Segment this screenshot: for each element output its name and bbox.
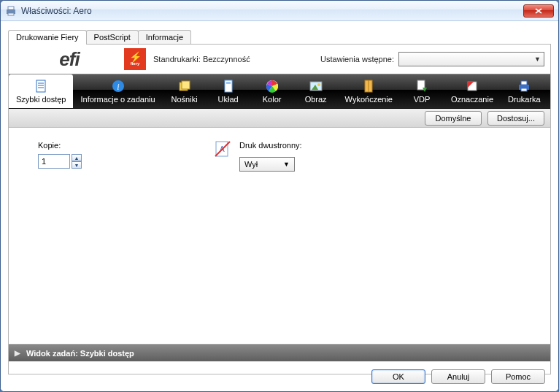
document-lines-icon xyxy=(34,79,48,93)
svg-rect-25 xyxy=(521,88,527,91)
tool-label: Wykończenie xyxy=(345,95,393,104)
chevron-down-icon: ▼ xyxy=(534,55,541,63)
task-view-value: Szybki dostęp xyxy=(80,349,134,358)
tool-label: Kolor xyxy=(263,95,282,104)
tab-postscript[interactable]: PostScript xyxy=(86,30,139,44)
tool-vdp[interactable]: VDP xyxy=(400,74,444,108)
tool-label: Obraz xyxy=(305,95,327,104)
sub-toolbar: Domyślne Dostosuj... xyxy=(9,109,550,128)
tool-layout[interactable]: Układ xyxy=(207,74,250,108)
printer-status-value: Bezczynność xyxy=(203,55,250,64)
svg-rect-1 xyxy=(8,7,14,9)
svg-rect-24 xyxy=(521,81,527,85)
content-area: Drukowanie Fiery PostScript Informacje e… xyxy=(1,21,558,391)
tool-label: VDP xyxy=(414,95,431,104)
tool-label: Szybki dostęp xyxy=(16,95,66,104)
printer-status-label: Standrukarki: xyxy=(153,55,201,64)
tool-image[interactable]: Obraz xyxy=(294,74,338,108)
tool-color[interactable]: Kolor xyxy=(250,74,294,108)
dialog-footer: OK Anuluj Pomoc xyxy=(371,369,545,384)
tool-label: Układ xyxy=(218,95,239,104)
chevron-down-icon: ▼ xyxy=(283,161,290,168)
landscape-icon xyxy=(309,79,323,93)
tab-strip: Drukowanie Fiery PostScript Informacje xyxy=(8,28,551,45)
customize-button[interactable]: Dostosuj... xyxy=(487,111,544,126)
copies-field: Kopie: ▲ ▼ xyxy=(38,141,82,331)
close-icon xyxy=(535,8,542,14)
cancel-button[interactable]: Anuluj xyxy=(431,369,485,384)
tool-label: Drukarka xyxy=(508,95,541,104)
properties-window: Właściwości: Aero Drukowanie Fiery PostS… xyxy=(0,0,559,392)
defaults-button[interactable]: Domyślne xyxy=(425,111,482,126)
task-view-bar[interactable]: ▶ Widok zadań: Szybki dostęp xyxy=(9,344,550,361)
svg-point-16 xyxy=(317,83,320,86)
tab-information[interactable]: Informacje xyxy=(138,30,191,44)
tool-stamping[interactable]: Oznaczanie xyxy=(444,74,501,108)
duplex-field: A Druk dwustronny: Wył ▼ xyxy=(213,141,302,331)
help-button[interactable]: Pomoc xyxy=(491,369,545,384)
tab-page-fiery: efi ⚡fiery Standrukarki: Bezczynność Ust… xyxy=(8,45,551,374)
quick-access-panel: Kopie: ▲ ▼ A Druk dwustronny: xyxy=(9,128,550,344)
color-wheel-icon xyxy=(265,79,280,93)
tool-quick-access[interactable]: Szybki dostęp xyxy=(9,74,73,108)
printer-status: Standrukarki: Bezczynność xyxy=(153,55,250,64)
category-toolbar: Szybki dostęp i Informacje o zadaniu Noś… xyxy=(9,74,550,109)
printer-icon xyxy=(5,5,17,17)
duplex-value: Wył xyxy=(244,160,258,169)
svg-rect-12 xyxy=(226,82,231,84)
duplex-combo[interactable]: Wył ▼ xyxy=(239,157,295,172)
copies-step-down[interactable]: ▼ xyxy=(72,161,82,169)
task-view-prefix: Widok zadań: xyxy=(26,349,78,358)
window-title: Właściwości: Aero xyxy=(21,6,523,16)
copies-step-up[interactable]: ▲ xyxy=(72,154,82,161)
titlebar[interactable]: Właściwości: Aero xyxy=(1,1,558,21)
duplex-label: Druk dwustronny: xyxy=(239,141,302,150)
tool-job-info[interactable]: i Informacje o zadaniu xyxy=(73,74,162,108)
stamp-icon xyxy=(465,79,479,93)
copies-label: Kopie: xyxy=(38,141,82,150)
header-row: efi ⚡fiery Standrukarki: Bezczynność Ust… xyxy=(9,45,550,74)
tool-label: Nośniki xyxy=(171,95,198,104)
close-button[interactable] xyxy=(523,4,554,18)
page-icon xyxy=(221,79,236,93)
variable-data-icon xyxy=(415,79,429,93)
tool-media[interactable]: Nośniki xyxy=(163,74,207,108)
tool-label: Informacje o zadaniu xyxy=(80,95,155,104)
fiery-logo-icon: ⚡fiery xyxy=(124,48,146,70)
printer-device-icon xyxy=(517,79,531,93)
presets-combo[interactable]: ▼ xyxy=(398,52,544,66)
svg-rect-10 xyxy=(182,81,190,89)
svg-rect-3 xyxy=(36,80,45,92)
tool-label: Oznaczanie xyxy=(451,95,493,104)
info-icon: i xyxy=(111,79,126,93)
media-stack-icon xyxy=(177,79,192,93)
chevron-right-icon: ▶ xyxy=(15,349,20,357)
copies-input[interactable] xyxy=(38,154,70,169)
booklet-icon xyxy=(361,79,376,93)
tool-finishing[interactable]: Wykończenie xyxy=(338,74,400,108)
tab-fiery-printing[interactable]: Drukowanie Fiery xyxy=(8,30,87,45)
efi-logo: efi xyxy=(15,48,124,71)
svg-text:i: i xyxy=(117,82,119,92)
svg-rect-2 xyxy=(8,13,14,15)
presets-label: Ustawienia wstępne: xyxy=(320,55,394,64)
duplex-off-icon: A xyxy=(213,139,232,158)
ok-button[interactable]: OK xyxy=(371,369,425,384)
tool-printer[interactable]: Drukarka xyxy=(501,74,548,108)
